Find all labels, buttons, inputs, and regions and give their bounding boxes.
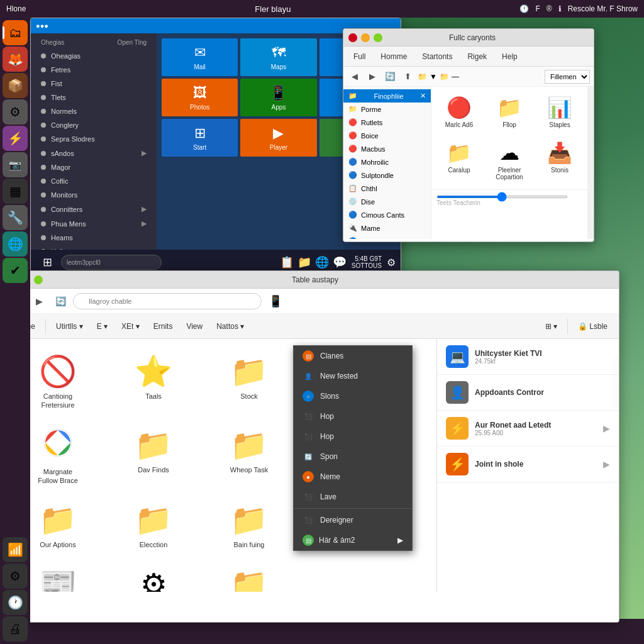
cm-item-neme[interactable]: ● Neme <box>294 467 412 487</box>
fm-scroll-slider[interactable] <box>436 196 568 198</box>
bfm-max-btn[interactable] <box>34 275 43 284</box>
start-item-conglery[interactable]: Conglery <box>31 118 157 132</box>
start-item-sepra[interactable]: Sepra Slodres <box>31 132 157 146</box>
fm-sidebar-item-boice[interactable]: 🔴Boice <box>343 129 431 142</box>
sidebar-icon-wifi[interactable]: 📶 <box>3 537 28 562</box>
bfm-ribbon-grid[interactable]: ⊞ ▾ <box>539 319 564 333</box>
taskbar-icon-1[interactable]: 📋 <box>280 255 294 269</box>
bfm-file-taals[interactable]: ⭐ Taals <box>109 349 197 415</box>
start-tile-apps[interactable]: 📱Apps <box>240 79 316 116</box>
bfm-device-btn[interactable]: 📱 <box>265 292 286 310</box>
start-tile-maps[interactable]: 🗺Maps <box>240 38 316 76</box>
fm-file-pleelner[interactable]: ☁ Pleelner Copartion <box>487 137 532 184</box>
fm-menu-help[interactable]: Help <box>497 51 523 62</box>
fm-file-staples[interactable]: 📊 Staples <box>537 92 582 132</box>
start-item-coflic[interactable]: Coflic <box>31 174 157 188</box>
cm-item-hop2[interactable]: ⬛ Hop <box>294 426 412 447</box>
bfm-file-mouules[interactable]: ⚙ Mouules <box>109 562 197 592</box>
bfm-file-stock[interactable]: 📁 Stock <box>205 349 293 415</box>
bfm-file-elecction[interactable]: 📁 Elecction <box>109 497 197 554</box>
taskbar-search-box[interactable]: leotm3ppcl0 <box>61 255 162 270</box>
bfm-ribbon-ernits[interactable]: Ernits <box>147 319 179 333</box>
taskbar-icon-4[interactable]: 💬 <box>333 255 347 269</box>
start-item-phua[interactable]: Phua Mens ▶ <box>31 216 157 231</box>
sidebar-icon-files[interactable]: 🗂 <box>3 20 28 45</box>
start-item-tlets[interactable]: Tlets <box>31 91 157 104</box>
start-item-heams[interactable]: Heams <box>31 231 157 245</box>
bfm-search-input[interactable] <box>73 293 262 309</box>
cm-item-newfested[interactable]: 👤 New fested <box>294 366 412 386</box>
fm-sidebar-item-finophliie[interactable]: 📁Finophliie✕ <box>343 89 431 103</box>
fm-menu-rigek[interactable]: Rigek <box>462 51 492 62</box>
taskbar-settings-btn[interactable]: ⚙ <box>387 257 396 269</box>
fm-menu-startonts[interactable]: Startonts <box>417 51 457 62</box>
start-item-sandos[interactable]: sAndos ▶ <box>31 146 157 160</box>
bfm-refresh-btn[interactable]: 🔄 <box>52 292 69 310</box>
fm-sidebar-item-sulptondle[interactable]: 🔵Sulptondle <box>343 169 431 182</box>
cm-item-spon[interactable]: 🔄 Spon <box>294 447 412 467</box>
fm-upload-btn[interactable]: ⬆ <box>400 69 415 84</box>
start-item-normels[interactable]: Normels <box>31 104 157 118</box>
sidebar-icon-tools[interactable]: 🔧 <box>3 205 28 230</box>
fm-refresh-btn[interactable]: 🔄 <box>382 69 397 84</box>
rp-item-aur[interactable]: ⚡ Aur Ronet aad Letedt 25.95 A00 ▶ <box>437 411 619 447</box>
bfm-ribbon-nattos[interactable]: Nattos ▾ <box>210 319 250 333</box>
fm-back-btn[interactable]: ◀ <box>347 69 362 84</box>
bfm-ribbon-xet[interactable]: XEt ▾ <box>115 319 146 333</box>
start-tile-photos[interactable]: 🖼Photos <box>162 79 238 116</box>
sidebar-icon-lightning[interactable]: ⚡ <box>3 126 28 151</box>
cm-item-hop1[interactable]: ⬛ Hop <box>294 406 412 426</box>
fm-menu-full[interactable]: Full <box>348 51 370 62</box>
bfm-ribbon-view[interactable]: View <box>180 319 209 333</box>
sidebar-icon-globe[interactable]: 🌐 <box>3 231 28 257</box>
fm-menu-homme[interactable]: Homme <box>375 51 412 62</box>
fm-sidebar-item-bluc[interactable]: 🔵Bluc <box>343 235 431 239</box>
bfm-file-bainfuing[interactable]: 📁 Bain fuing <box>205 497 293 554</box>
bfm-ribbon-e[interactable]: E ▾ <box>91 319 114 333</box>
fm-sidebar-item-dise[interactable]: 💿Dise <box>343 195 431 208</box>
fm-sidebar-item-mohroilic[interactable]: 🔵Mohroilic <box>343 155 431 169</box>
sidebar-icon-settings2[interactable]: ⚙ <box>3 564 28 589</box>
sidebar-icon-check[interactable]: ✔ <box>3 258 28 283</box>
fm-sidebar-item-porme[interactable]: 📁Porme <box>343 103 431 116</box>
rp-item-appdoants[interactable]: 👤 Appdoants Contror <box>437 375 619 411</box>
sidebar-icon-printer[interactable]: 🖨 <box>3 616 28 641</box>
sidebar-icon-qr[interactable]: ▦ <box>3 179 28 204</box>
cm-item-lave[interactable]: ⬛ Lave <box>294 487 412 507</box>
bfm-file-reuier[interactable]: 📁 Reuier <box>205 562 293 592</box>
fm-sidebar-item-cimous[interactable]: 🔵Cimous Cants <box>343 208 431 221</box>
start-item-oheagias[interactable]: Oheagias <box>31 49 157 63</box>
start-item-fetres[interactable]: Fetres <box>31 63 157 77</box>
fm-sidebar-item-macbus[interactable]: 🔴Macbus <box>343 142 431 155</box>
fm-max-btn[interactable] <box>374 33 382 42</box>
fm-view-dropdown[interactable]: Fillemen <box>545 70 590 84</box>
sidebar-icon-fox[interactable]: 🦊 <box>3 47 28 72</box>
fm-close-btn[interactable] <box>348 33 357 42</box>
cm-item-slons[interactable]: ○ Slons <box>294 386 412 406</box>
sidebar-icon-settings[interactable]: ⚙ <box>3 99 28 125</box>
bfm-ribbon-utirtlls[interactable]: Utirtlls ▾ <box>50 319 89 333</box>
start-tile-start[interactable]: ⊞Start <box>162 119 238 157</box>
taskbar-icon-2[interactable]: 📁 <box>297 255 311 269</box>
fm-file-fllop[interactable]: 📁 Fllop <box>487 92 532 132</box>
fm-scrollbar[interactable] <box>587 87 594 239</box>
start-item-magor[interactable]: Magor <box>31 160 157 174</box>
sidebar-icon-clock[interactable]: 🕐 <box>3 590 28 615</box>
fm-file-stonis[interactable]: 📥 Stonis <box>537 137 582 184</box>
fm-file-marlc[interactable]: 🔴 Marlc Ad6 <box>436 92 482 132</box>
fm-sidebar-item-chthl[interactable]: 📋Chthl <box>343 182 431 195</box>
taskbar-icon-3[interactable]: 🌐 <box>315 255 329 269</box>
start-tile-player[interactable]: ▶Player <box>240 119 316 157</box>
fm-sidebar-item-mame[interactable]: 🔌Mame <box>343 221 431 235</box>
start-item-monitors[interactable]: Monitors <box>31 188 157 202</box>
bfm-ribbon-lsble[interactable]: 🔒 Lsble <box>572 319 614 333</box>
cm-item-haram2[interactable]: ▤ Hár & ám2 ▶ <box>294 530 412 550</box>
fm-forward-btn[interactable]: ▶ <box>365 69 380 84</box>
fm-file-caralup[interactable]: 📁 Caralup <box>436 137 482 184</box>
fm-sidebar-item-rutlets[interactable]: 🔴Rutlets <box>343 116 431 129</box>
fm-min-btn[interactable] <box>361 33 370 42</box>
bfm-file-davfinds[interactable]: 📁 Dav Finds <box>109 423 197 491</box>
bfm-file-wheop[interactable]: 📁 Wheop Task <box>205 423 293 491</box>
rp-item-uhitcyster[interactable]: 💻 Uhitcyster Kiet TVI 24.75kf <box>437 339 619 375</box>
sidebar-icon-package[interactable]: 📦 <box>3 73 28 98</box>
